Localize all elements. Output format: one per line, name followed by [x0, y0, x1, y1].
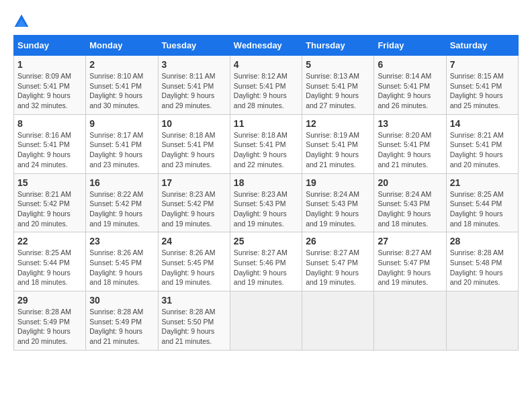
day-number: 5 [306, 59, 370, 70]
day-number: 16 [89, 177, 154, 188]
day-info: Sunrise: 8:24 AMSunset: 5:43 PMDaylight:… [306, 189, 370, 229]
day-info: Sunrise: 8:26 AMSunset: 5:45 PMDaylight:… [162, 248, 226, 287]
day-info: Sunrise: 8:27 AMSunset: 5:46 PMDaylight:… [234, 248, 298, 287]
day-number: 6 [378, 59, 442, 70]
day-info: Sunrise: 8:17 AMSunset: 5:41 PMDaylight:… [89, 130, 154, 170]
day-number: 20 [378, 177, 442, 188]
day-info: Sunrise: 8:19 AMSunset: 5:41 PMDaylight:… [306, 130, 370, 170]
col-header-friday: Friday [374, 36, 446, 56]
calendar-cell: 28Sunrise: 8:28 AMSunset: 5:48 PMDayligh… [446, 232, 518, 291]
day-info: Sunrise: 8:18 AMSunset: 5:41 PMDaylight:… [234, 130, 298, 170]
calendar-cell: 2Sunrise: 8:10 AMSunset: 5:41 PMDaylight… [86, 56, 158, 115]
day-info: Sunrise: 8:20 AMSunset: 5:41 PMDaylight:… [378, 130, 442, 170]
calendar-cell: 20Sunrise: 8:24 AMSunset: 5:43 PMDayligh… [374, 173, 446, 232]
calendar-cell: 15Sunrise: 8:21 AMSunset: 5:42 PMDayligh… [14, 173, 86, 232]
day-number: 11 [234, 118, 298, 129]
calendar-cell [230, 291, 302, 351]
week-row-5: 29Sunrise: 8:28 AMSunset: 5:49 PMDayligh… [14, 291, 519, 351]
day-info: Sunrise: 8:18 AMSunset: 5:41 PMDaylight:… [162, 130, 226, 170]
calendar-cell: 26Sunrise: 8:27 AMSunset: 5:47 PMDayligh… [302, 232, 374, 291]
calendar-cell: 22Sunrise: 8:25 AMSunset: 5:44 PMDayligh… [14, 232, 86, 291]
calendar-cell: 31Sunrise: 8:28 AMSunset: 5:50 PMDayligh… [158, 291, 230, 351]
day-info: Sunrise: 8:28 AMSunset: 5:50 PMDaylight:… [162, 307, 226, 347]
header [13, 13, 519, 30]
day-number: 31 [162, 295, 226, 306]
calendar-cell: 29Sunrise: 8:28 AMSunset: 5:49 PMDayligh… [14, 291, 86, 351]
day-number: 13 [378, 118, 442, 129]
col-header-sunday: Sunday [14, 36, 86, 56]
day-info: Sunrise: 8:14 AMSunset: 5:41 PMDaylight:… [378, 71, 442, 111]
day-number: 4 [234, 59, 298, 70]
day-info: Sunrise: 8:25 AMSunset: 5:44 PMDaylight:… [450, 189, 515, 229]
day-number: 7 [450, 59, 515, 70]
calendar-cell: 18Sunrise: 8:23 AMSunset: 5:43 PMDayligh… [230, 173, 302, 232]
day-number: 2 [89, 59, 154, 70]
calendar-cell: 25Sunrise: 8:27 AMSunset: 5:46 PMDayligh… [230, 232, 302, 291]
day-number: 22 [17, 236, 82, 246]
calendar-cell: 12Sunrise: 8:19 AMSunset: 5:41 PMDayligh… [302, 114, 374, 173]
logo-icon [13, 13, 30, 30]
day-number: 3 [162, 59, 226, 70]
day-number: 23 [89, 236, 154, 246]
day-number: 29 [17, 295, 82, 306]
calendar-cell: 24Sunrise: 8:26 AMSunset: 5:45 PMDayligh… [158, 232, 230, 291]
calendar-cell: 19Sunrise: 8:24 AMSunset: 5:43 PMDayligh… [302, 173, 374, 232]
day-info: Sunrise: 8:15 AMSunset: 5:41 PMDaylight:… [450, 71, 515, 111]
day-number: 28 [450, 236, 515, 246]
calendar-cell: 21Sunrise: 8:25 AMSunset: 5:44 PMDayligh… [446, 173, 518, 232]
day-number: 21 [450, 177, 515, 188]
day-number: 24 [162, 236, 226, 246]
col-header-wednesday: Wednesday [230, 36, 302, 56]
day-info: Sunrise: 8:11 AMSunset: 5:41 PMDaylight:… [162, 71, 226, 111]
day-number: 30 [89, 295, 154, 306]
calendar-cell: 7Sunrise: 8:15 AMSunset: 5:41 PMDaylight… [446, 56, 518, 115]
day-info: Sunrise: 8:26 AMSunset: 5:45 PMDaylight:… [89, 248, 154, 287]
day-number: 9 [89, 118, 154, 129]
calendar-cell: 14Sunrise: 8:21 AMSunset: 5:41 PMDayligh… [446, 114, 518, 173]
col-header-tuesday: Tuesday [158, 36, 230, 56]
calendar-cell: 17Sunrise: 8:23 AMSunset: 5:42 PMDayligh… [158, 173, 230, 232]
calendar-cell: 1Sunrise: 8:09 AMSunset: 5:41 PMDaylight… [14, 56, 86, 115]
calendar-cell: 5Sunrise: 8:13 AMSunset: 5:41 PMDaylight… [302, 56, 374, 115]
week-row-4: 22Sunrise: 8:25 AMSunset: 5:44 PMDayligh… [14, 232, 519, 291]
logo [13, 13, 32, 30]
day-number: 10 [162, 118, 226, 129]
day-info: Sunrise: 8:25 AMSunset: 5:44 PMDaylight:… [17, 248, 82, 287]
calendar-cell: 23Sunrise: 8:26 AMSunset: 5:45 PMDayligh… [86, 232, 158, 291]
day-number: 17 [162, 177, 226, 188]
day-info: Sunrise: 8:21 AMSunset: 5:42 PMDaylight:… [17, 189, 82, 229]
day-info: Sunrise: 8:24 AMSunset: 5:43 PMDaylight:… [378, 189, 442, 229]
day-info: Sunrise: 8:28 AMSunset: 5:49 PMDaylight:… [89, 307, 154, 347]
day-number: 14 [450, 118, 515, 129]
day-info: Sunrise: 8:23 AMSunset: 5:43 PMDaylight:… [234, 189, 298, 229]
calendar-cell: 9Sunrise: 8:17 AMSunset: 5:41 PMDaylight… [86, 114, 158, 173]
day-info: Sunrise: 8:16 AMSunset: 5:41 PMDaylight:… [17, 130, 82, 170]
day-info: Sunrise: 8:23 AMSunset: 5:42 PMDaylight:… [162, 189, 226, 229]
day-info: Sunrise: 8:28 AMSunset: 5:49 PMDaylight:… [17, 307, 82, 347]
day-info: Sunrise: 8:22 AMSunset: 5:42 PMDaylight:… [89, 189, 154, 229]
day-info: Sunrise: 8:27 AMSunset: 5:47 PMDaylight:… [378, 248, 442, 287]
day-info: Sunrise: 8:12 AMSunset: 5:41 PMDaylight:… [234, 71, 298, 111]
day-number: 25 [234, 236, 298, 246]
calendar-cell: 4Sunrise: 8:12 AMSunset: 5:41 PMDaylight… [230, 56, 302, 115]
calendar-cell: 30Sunrise: 8:28 AMSunset: 5:49 PMDayligh… [86, 291, 158, 351]
day-number: 27 [378, 236, 442, 246]
day-number: 26 [306, 236, 370, 246]
calendar-cell [374, 291, 446, 351]
calendar-cell [446, 291, 518, 351]
calendar-cell: 16Sunrise: 8:22 AMSunset: 5:42 PMDayligh… [86, 173, 158, 232]
day-info: Sunrise: 8:13 AMSunset: 5:41 PMDaylight:… [306, 71, 370, 111]
day-number: 8 [17, 118, 82, 129]
week-row-3: 15Sunrise: 8:21 AMSunset: 5:42 PMDayligh… [14, 173, 519, 232]
calendar-cell: 3Sunrise: 8:11 AMSunset: 5:41 PMDaylight… [158, 56, 230, 115]
day-info: Sunrise: 8:09 AMSunset: 5:41 PMDaylight:… [17, 71, 82, 111]
col-header-saturday: Saturday [446, 36, 518, 56]
day-number: 19 [306, 177, 370, 188]
day-info: Sunrise: 8:27 AMSunset: 5:47 PMDaylight:… [306, 248, 370, 287]
day-number: 18 [234, 177, 298, 188]
day-number: 1 [17, 59, 82, 70]
day-info: Sunrise: 8:21 AMSunset: 5:41 PMDaylight:… [450, 130, 515, 170]
week-row-1: 1Sunrise: 8:09 AMSunset: 5:41 PMDaylight… [14, 56, 519, 115]
calendar-cell: 6Sunrise: 8:14 AMSunset: 5:41 PMDaylight… [374, 56, 446, 115]
calendar-cell [302, 291, 374, 351]
